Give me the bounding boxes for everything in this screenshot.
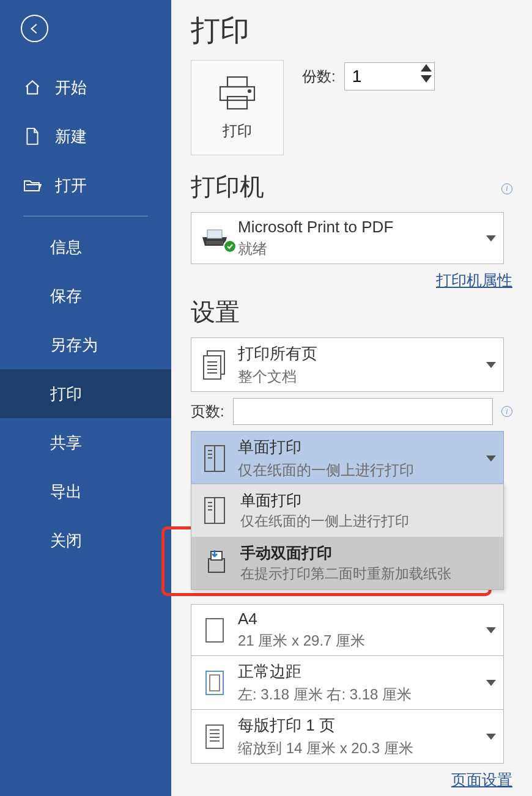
info-icon[interactable]: i	[501, 183, 512, 194]
printer-status: 就绪	[238, 239, 486, 259]
svg-rect-2	[227, 97, 247, 109]
nav-label: 另存为	[50, 334, 98, 356]
print-scope-dropdown[interactable]: 打印所有页 整个文档	[191, 337, 504, 392]
nav-save[interactable]: 保存	[0, 271, 171, 320]
nav-share[interactable]: 共享	[0, 418, 171, 467]
per-sheet-icon	[198, 723, 232, 751]
nav-label: 保存	[50, 286, 82, 307]
chevron-down-icon	[486, 627, 496, 633]
backstage-sidebar: 开始 新建 打开 信息 保存 另存为 打印 共享 导出 关闭	[0, 0, 171, 796]
svg-rect-5	[206, 241, 223, 245]
nav-info[interactable]: 信息	[0, 223, 171, 271]
page-title: 打印	[191, 11, 512, 50]
sides-dropdown-list: 单面打印 仅在纸面的一侧上进行打印 手动双面打印 在提示打印第二面时重新加载纸张	[191, 484, 504, 590]
single-side-icon	[198, 495, 232, 526]
scope-title: 打印所有页	[238, 343, 486, 364]
arrow-left-icon	[28, 22, 42, 35]
chevron-down-icon	[486, 680, 496, 686]
nav-open[interactable]: 打开	[0, 161, 171, 210]
margins-subtitle: 左: 3.18 厘米 右: 3.18 厘米	[238, 685, 486, 704]
pages-per-sheet-dropdown[interactable]: 每版打印 1 页 缩放到 14 厘米 x 20.3 厘米	[191, 710, 504, 764]
print-panel: 打印 打印 份数: 1 打印机 i	[171, 0, 532, 796]
manual-duplex-icon	[198, 549, 232, 577]
svg-rect-26	[210, 675, 220, 691]
margins-dropdown[interactable]: 正常边距 左: 3.18 厘米 右: 3.18 厘米	[191, 656, 504, 710]
nav-label: 打开	[55, 175, 87, 196]
pages-label: 页数:	[191, 402, 224, 421]
nav-label: 关闭	[50, 530, 82, 551]
nav-print[interactable]: 打印	[0, 369, 171, 418]
option-subtitle: 仅在纸面的一侧上进行打印	[240, 512, 409, 531]
printer-icon	[216, 75, 258, 114]
svg-rect-22	[209, 559, 224, 572]
copies-value: 1	[352, 67, 362, 86]
page-icon	[198, 616, 232, 644]
pages-input[interactable]	[233, 398, 493, 425]
print-button[interactable]: 打印	[191, 60, 284, 155]
printer-name: Microsoft Print to PDF	[238, 218, 486, 237]
nav-label: 开始	[55, 77, 87, 98]
printer-status-icon	[198, 227, 232, 249]
file-new-icon	[23, 127, 42, 146]
option-title: 单面打印	[240, 490, 409, 510]
single-side-icon	[198, 443, 232, 474]
home-icon	[23, 79, 42, 96]
scope-subtitle: 整个文档	[238, 367, 486, 386]
nav-export[interactable]: 导出	[0, 467, 171, 516]
settings-heading: 设置	[191, 295, 512, 329]
chevron-down-icon	[486, 235, 496, 241]
svg-rect-23	[211, 551, 222, 560]
printer-heading: 打印机	[191, 170, 264, 204]
svg-rect-24	[206, 619, 223, 642]
nav-label: 导出	[50, 481, 82, 503]
sides-option-manual-duplex[interactable]: 手动双面打印 在提示打印第二面时重新加载纸张	[191, 537, 503, 589]
sides-subtitle: 仅在纸面的一侧上进行打印	[238, 460, 486, 480]
per-sheet-title: 每版打印 1 页	[238, 715, 486, 736]
nav-close[interactable]: 关闭	[0, 516, 171, 565]
paper-size-dropdown[interactable]: A4 21 厘米 x 29.7 厘米	[191, 604, 504, 656]
nav-label: 新建	[55, 126, 87, 147]
nav-label: 打印	[50, 383, 82, 405]
option-subtitle: 在提示打印第二面时重新加载纸张	[240, 564, 451, 583]
print-button-label: 打印	[223, 121, 252, 141]
margins-title: 正常边距	[238, 661, 486, 682]
sides-option-single[interactable]: 单面打印 仅在纸面的一侧上进行打印	[191, 484, 503, 537]
spinner-up[interactable]	[421, 64, 432, 72]
chevron-down-icon	[486, 362, 496, 368]
chevron-down-icon	[486, 734, 496, 740]
svg-rect-0	[227, 77, 247, 87]
per-sheet-subtitle: 缩放到 14 厘米 x 20.3 厘米	[238, 739, 486, 758]
nav-home[interactable]: 开始	[0, 63, 171, 112]
chevron-down-icon	[486, 455, 496, 462]
nav-saveas[interactable]: 另存为	[0, 320, 171, 369]
sides-title: 单面打印	[238, 437, 486, 458]
svg-rect-7	[204, 356, 221, 379]
copies-label: 份数:	[302, 67, 336, 86]
svg-rect-1	[220, 87, 254, 100]
svg-rect-4	[207, 230, 222, 238]
paper-subtitle: 21 厘米 x 29.7 厘米	[238, 631, 486, 650]
page-setup-link[interactable]: 页面设置	[451, 771, 512, 788]
nav-divider	[23, 216, 148, 216]
spinner-down[interactable]	[421, 75, 432, 83]
nav-label: 信息	[50, 237, 82, 258]
printer-dropdown[interactable]: Microsoft Print to PDF 就绪	[191, 212, 504, 264]
back-button[interactable]	[21, 15, 48, 42]
paper-title: A4	[238, 610, 486, 628]
printer-properties-link[interactable]: 打印机属性	[436, 271, 512, 289]
margins-icon	[198, 669, 232, 697]
check-icon	[223, 240, 237, 253]
sides-dropdown[interactable]: 单面打印 仅在纸面的一侧上进行打印	[191, 431, 504, 485]
option-title: 手动双面打印	[240, 543, 451, 563]
nav-label: 共享	[50, 432, 82, 454]
svg-point-3	[248, 90, 251, 92]
nav-new[interactable]: 新建	[0, 112, 171, 161]
info-icon[interactable]: i	[501, 406, 512, 417]
copies-input[interactable]: 1	[344, 62, 435, 90]
folder-open-icon	[23, 177, 42, 193]
pages-icon	[198, 350, 232, 380]
